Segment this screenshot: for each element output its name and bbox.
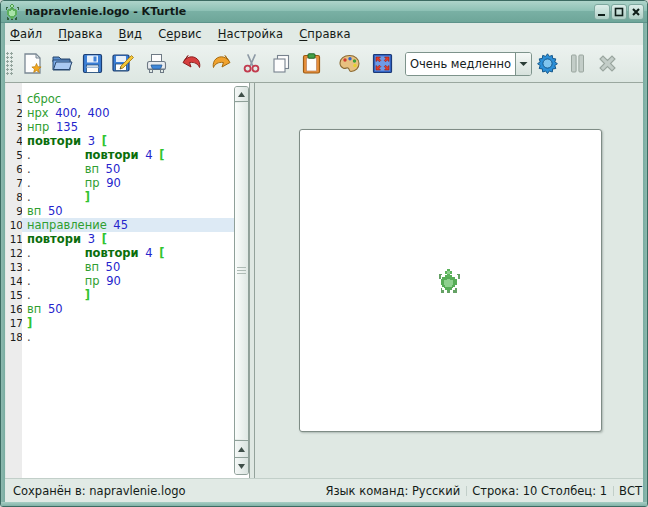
turtle-icon [5, 4, 20, 20]
line-number-7: 7 [6, 176, 23, 190]
status-cursor-position: Строка: 10 Столбец: 1 [466, 484, 613, 498]
turtle-canvas[interactable] [299, 129, 602, 432]
menu-file[interactable]: Файл [2, 24, 50, 44]
fullscreen-button[interactable] [367, 49, 397, 79]
kturtle-window: napravlenie.logo - KTurtle ФайлПравкаВид… [0, 0, 648, 507]
line-number-5: 5 [6, 148, 23, 162]
line-number-14: 14 [6, 274, 23, 288]
copy-button[interactable] [266, 49, 296, 79]
line-number-2: 2 [6, 106, 23, 120]
redo-button[interactable] [206, 49, 236, 79]
save-icon [81, 52, 104, 75]
minimize-button[interactable] [594, 4, 610, 20]
code-line-13: .вп 50 [22, 260, 234, 274]
close-button[interactable] [628, 4, 644, 20]
window-buttons [594, 4, 647, 20]
line-number-8: 8 [6, 190, 23, 204]
print-button[interactable] [141, 49, 171, 79]
line-number-18: 18 [6, 330, 23, 344]
save-button[interactable] [77, 49, 107, 79]
undo-button[interactable] [176, 49, 206, 79]
pause-icon [565, 51, 590, 76]
scroll-up-button[interactable] [235, 87, 248, 102]
code-line-14: .пр 90 [22, 274, 234, 288]
code-line-17: ] [22, 316, 234, 330]
stop-icon [595, 51, 620, 76]
redo-icon [210, 52, 233, 75]
code-line-7: .пр 90 [22, 176, 234, 190]
line-number-11: 11 [6, 232, 23, 246]
line-number-17: 17 [6, 316, 23, 330]
scrollbar-grip [237, 267, 246, 275]
turtle-sprite [439, 269, 460, 293]
toolbar-drag-handle[interactable] [6, 52, 13, 76]
open-file-button[interactable] [47, 49, 77, 79]
cut-icon [240, 52, 263, 75]
new-file-button[interactable] [17, 49, 47, 79]
code-line-5: .повтори 4 [ [22, 148, 234, 162]
code-line-16: вп 50 [22, 302, 234, 316]
menubar: ФайлПравкаВидСервисНастройкаСправка [2, 23, 648, 45]
scroll-up-button-2[interactable] [235, 440, 248, 457]
open-folder-icon [51, 52, 74, 75]
colors-button[interactable] [334, 49, 364, 79]
run-gear-icon [535, 51, 560, 76]
window-title: napravlenie.logo - KTurtle [25, 5, 186, 18]
line-number-15: 15 [6, 288, 23, 302]
pause-button[interactable] [562, 49, 592, 79]
toolbar: Очень медленно [2, 45, 648, 83]
menu-edit[interactable]: Правка [50, 24, 110, 44]
code-line-8: .] [22, 190, 234, 204]
window-border-right [643, 23, 647, 506]
code-line-11: повтори 3 [ [22, 232, 234, 246]
menu-help[interactable]: Справка [291, 24, 358, 44]
save-as-button[interactable] [107, 49, 137, 79]
speed-select-arrow[interactable] [515, 53, 531, 75]
code-editor[interactable]: 123456789101112131415161718 сброснрх 400… [6, 83, 249, 478]
code-line-15: .] [22, 288, 234, 302]
paste-icon [300, 52, 323, 75]
toolbar-run-group [532, 45, 622, 82]
code-line-18: . [22, 330, 234, 344]
menu-view[interactable]: Вид [111, 24, 151, 44]
cut-button[interactable] [236, 49, 266, 79]
status-message: Сохранён в: napravlenie.logo [2, 484, 319, 498]
window-border-bottom [1, 502, 647, 507]
stop-button[interactable] [592, 49, 622, 79]
code-line-12: .повтори 4 [ [22, 246, 234, 260]
editor-vertical-scrollbar[interactable] [234, 86, 249, 475]
maximize-button[interactable] [611, 4, 627, 20]
run-button[interactable] [532, 49, 562, 79]
code-line-10: направление 45 [22, 218, 234, 232]
window-border-left [1, 23, 5, 506]
fullscreen-icon [371, 52, 394, 75]
main-area: 123456789101112131415161718 сброснрх 400… [2, 83, 648, 478]
speed-select[interactable]: Очень медленно [405, 52, 532, 76]
close-icon [631, 7, 641, 17]
arrow-down-icon [238, 464, 245, 469]
canvas-pane [255, 83, 648, 478]
titlebar[interactable]: napravlenie.logo - KTurtle [1, 1, 647, 23]
scroll-down-button[interactable] [235, 457, 248, 474]
code-line-3: нпр 135 [22, 120, 234, 134]
scrollbar-thumb[interactable] [235, 103, 248, 439]
line-number-13: 13 [6, 260, 23, 274]
menu-settings[interactable]: Настройка [210, 24, 291, 44]
paste-button[interactable] [296, 49, 326, 79]
menu-tools[interactable]: Сервис [150, 24, 210, 44]
toolbar-file-edit-group [17, 45, 397, 82]
statusbar: Сохранён в: napravlenie.logo Язык команд… [2, 478, 648, 502]
code-area[interactable]: сброснрх 400, 400нпр 135повтори 3 [.повт… [22, 83, 234, 478]
line-number-9: 9 [6, 204, 23, 218]
arrow-up-icon [238, 92, 245, 97]
minimize-icon [597, 7, 607, 17]
line-number-1: 1 [6, 92, 23, 106]
line-number-4: 4 [6, 134, 23, 148]
line-number-12: 12 [6, 246, 23, 260]
line-number-6: 6 [6, 162, 23, 176]
code-line-6: .вп 50 [22, 162, 234, 176]
code-line-4: повтори 3 [ [22, 134, 234, 148]
copy-icon [270, 52, 293, 75]
line-number-16: 16 [6, 302, 23, 316]
print-icon [145, 52, 168, 75]
